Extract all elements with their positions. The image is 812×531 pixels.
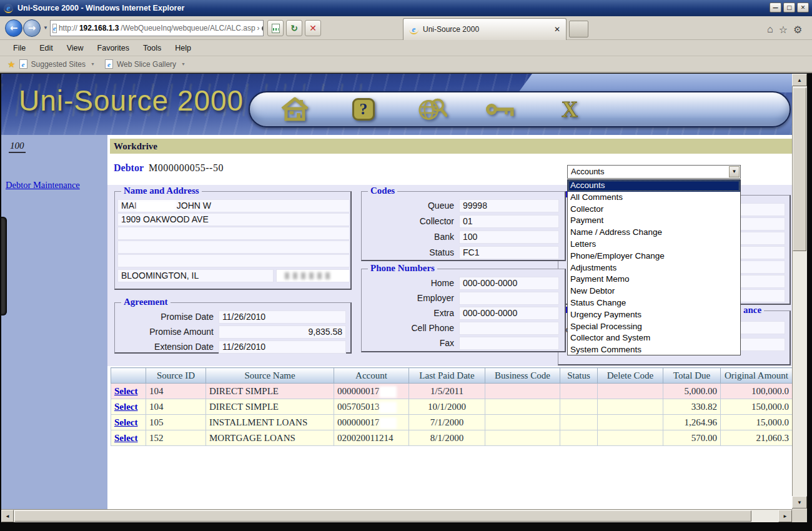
dropdown-option-letters[interactable]: Letters [568,239,740,251]
dropdown-option-new-debtor[interactable]: New Debtor [568,285,740,297]
dropdown-option-status-change[interactable]: Status Change [568,297,740,309]
menu-edit[interactable]: Edit [32,42,60,54]
cell-source-name: DIRECT SIMPLE [206,399,334,415]
vertical-scroll-thumb[interactable] [793,87,806,251]
suggested-sites-icon: e [19,59,27,69]
cell-original-amount: 15,000.0 [721,415,793,430]
dropdown-option-collector-and-system[interactable]: Collector and System [568,332,740,344]
page-ie-icon: e [52,24,57,33]
col-original-amount: Original Amount [721,368,793,384]
back-button[interactable]: ← [5,19,22,37]
dropdown-option-name-address-change[interactable]: Name / Address Change [568,227,740,239]
sidebar-item-debtor-maintenance[interactable]: Debtor Maintenance [6,180,80,191]
scroll-right-icon[interactable]: ► [778,510,792,522]
cell-delete-code [598,384,663,399]
cell-delete-code [598,415,663,430]
debtor-number: M000000055--50 [149,162,224,174]
compatibility-view-button[interactable] [267,20,284,36]
cell-status [560,399,598,415]
tab-close-icon[interactable]: ✕ [554,25,560,34]
close-button[interactable]: ✕ [797,2,809,12]
compatibility-icon [272,24,280,33]
dropdown-option-phone-employer-change[interactable]: Phone/Employer Change [568,251,740,262]
favorites-item-suggested-sites[interactable]: Suggested Sites [31,60,86,69]
col-status: Status [560,368,598,384]
window-controls: — □ ✕ [770,2,809,12]
employer-phone-label: Employer [362,292,454,305]
refresh-button[interactable]: ↻ [286,20,302,36]
select-link[interactable]: Select [114,402,137,412]
browser-tab[interactable]: e Uni-Source 2000 ✕ [403,18,567,40]
minimize-button[interactable]: — [770,2,781,12]
chevron-down-icon[interactable]: ▼ [181,62,186,66]
dropdown-option-collector[interactable]: Collector [568,204,740,216]
forward-button[interactable]: → [23,19,41,37]
tab-title: Uni-Source 2000 [423,25,479,34]
dropdown-option-adjustments[interactable]: Adjustments [568,262,740,274]
banner-toolbar: ? X [249,91,791,127]
home-icon[interactable] [280,97,310,122]
cell-source-id: 104 [146,384,206,399]
cell-total-due: 570.00 [663,430,721,446]
table-row: Select 104 DIRECT SIMPLE 000000017 1/5/2… [111,384,793,399]
select-link[interactable]: Select [114,417,137,427]
dropdown-option-accounts[interactable]: Accounts [568,180,740,192]
settings-gear-icon[interactable]: ⚙ [793,24,802,36]
favorites-star-icon[interactable]: ☆ [779,24,788,36]
chevron-down-icon[interactable]: ▼ [91,62,95,66]
view-select[interactable]: Accounts ▼ [567,165,741,179]
fax-value [459,337,559,350]
home-phone-value: 000-000-0000 [459,277,559,290]
select-link[interactable]: Select [114,386,137,396]
cell-status [560,415,598,430]
sidebar-code-link[interactable]: 100 [9,141,26,153]
exit-icon[interactable]: X [555,96,585,122]
cell-account: 000000017 [334,384,409,399]
address-bar[interactable]: e http://192.168.1.3/WebQueueInq/webqueu… [50,20,264,36]
bank-value: 100 [459,231,559,244]
tab-favicon-icon: e [409,25,418,34]
dropdown-option-special-processing[interactable]: Special Processing [568,321,740,333]
menu-favorites[interactable]: Favorites [91,42,136,54]
menu-file[interactable]: File [6,42,32,54]
dropdown-option-urgency-payments[interactable]: Urgency Payments [568,309,740,321]
employer-phone-value [459,292,559,305]
dropdown-option-payment[interactable]: Payment [568,215,740,227]
col-business-code: Business Code [485,368,560,384]
help-icon[interactable]: ? [349,98,379,121]
menu-help[interactable]: Help [168,42,198,54]
recent-pages-dropdown-icon[interactable]: ▼ [43,25,48,31]
browser-window: e Uni-Source 2000 - Windows Internet Exp… [0,0,812,531]
search-globe-icon[interactable] [417,96,447,123]
select-arrow-icon[interactable]: ▼ [729,166,740,177]
cell-source-id: 152 [146,430,206,446]
stop-button[interactable]: ✕ [305,20,321,36]
search-icon[interactable] [262,26,264,31]
favorites-item-web-slice-gallery[interactable]: Web Slice Gallery [117,60,176,69]
view-select-value: Accounts [571,167,604,176]
maximize-button[interactable]: □ [783,2,795,12]
new-tab-button[interactable] [569,21,588,37]
dropdown-option-payment-memo[interactable]: Payment Memo [568,274,740,285]
select-link[interactable]: Select [114,433,137,443]
accounts-table: Source ID Source Name Account Last Paid … [111,367,793,446]
scroll-down-icon[interactable]: ▼ [792,496,807,509]
scroll-left-icon[interactable]: ◄ [1,510,14,522]
cell-last-paid: 10/1/2000 [409,399,485,415]
dropdown-option-system-comments[interactable]: System Comments [568,344,740,356]
window-title: Uni-Source 2000 - Windows Internet Explo… [17,4,184,12]
dropdown-option-all-comments[interactable]: All Comments [568,192,740,204]
sidebar: 100 Debtor Maintenance [1,135,107,509]
add-favorite-star-icon[interactable]: ★ [7,59,16,69]
home-icon[interactable]: ⌂ [767,24,773,36]
window-edge [0,74,1,522]
menu-tools[interactable]: Tools [136,42,168,54]
status-label: Status [362,246,454,259]
col-total-due: Total Due [663,368,721,384]
url-path: /WebQueueInq/webqueue/ALC/ALC.asp [121,24,255,32]
key-icon[interactable] [486,99,516,119]
horizontal-scroll-thumb[interactable] [14,510,751,522]
menu-view[interactable]: View [60,42,91,54]
scroll-up-icon[interactable]: ▲ [792,74,807,86]
promise-amount-value: 9,835.58 [219,325,346,339]
